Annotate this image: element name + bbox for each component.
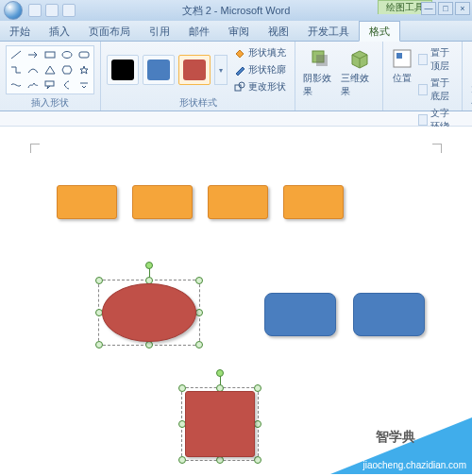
style-swatch-1[interactable] <box>107 55 139 85</box>
tab-developer[interactable]: 开发工具 <box>298 22 359 41</box>
tab-home[interactable]: 开始 <box>0 22 40 41</box>
shape-outline-button[interactable]: 形状轮廓 <box>231 62 289 77</box>
tab-view[interactable]: 视图 <box>259 22 298 41</box>
shape-rect-icon[interactable] <box>42 48 58 61</box>
resize-handle[interactable] <box>254 384 261 392</box>
gallery-more-icon[interactable] <box>76 78 92 92</box>
send-to-back-button[interactable]: 置于底层 <box>416 76 456 104</box>
shape-style-gallery[interactable]: ▾ <box>107 55 228 85</box>
svg-marker-6 <box>62 66 72 74</box>
red-square[interactable] <box>185 391 255 457</box>
maximize-button[interactable]: □ <box>438 2 453 15</box>
orange-rectangle[interactable] <box>132 185 193 219</box>
bring-front-icon <box>418 54 428 65</box>
shape-triangle-icon[interactable] <box>42 63 58 76</box>
resize-handle[interactable] <box>95 277 103 284</box>
tab-page-layout[interactable]: 页面布局 <box>79 22 140 41</box>
change-shape-button[interactable]: 更改形状 <box>231 79 289 94</box>
position-icon <box>391 47 413 70</box>
shape-arrow-icon[interactable] <box>25 48 41 61</box>
three-d-effects-button[interactable]: 三维效果 <box>339 45 377 100</box>
svg-rect-2 <box>45 52 55 58</box>
minimize-button[interactable]: — <box>421 2 436 15</box>
svg-rect-17 <box>396 53 402 59</box>
resize-handle[interactable] <box>195 309 203 316</box>
save-icon[interactable] <box>28 4 42 17</box>
ribbon: 插入形状 ▾ 形状填充 形状轮廓 更改形状 形状样式 阴影效果 <box>0 42 472 111</box>
group-shape-styles: ▾ 形状填充 形状轮廓 更改形状 形状样式 <box>101 42 295 110</box>
resize-handle[interactable] <box>254 420 261 428</box>
svg-rect-13 <box>316 55 328 66</box>
send-back-icon <box>418 84 428 95</box>
shape-brace-icon[interactable] <box>59 78 75 92</box>
bucket-icon <box>234 47 245 59</box>
resize-handle[interactable] <box>145 341 153 348</box>
orange-rectangle[interactable] <box>283 185 344 219</box>
svg-marker-7 <box>80 66 88 74</box>
resize-handle[interactable] <box>95 341 103 348</box>
shape-fill-button[interactable]: 形状填充 <box>231 45 289 60</box>
shape-star-icon[interactable] <box>76 63 92 76</box>
shape-curve-icon[interactable] <box>25 63 41 76</box>
svg-line-0 <box>11 51 21 59</box>
group-label-insert-shapes: 插入形状 <box>6 96 94 110</box>
resize-handle[interactable] <box>195 277 203 284</box>
group-size: 大小 <box>463 42 472 110</box>
pen-icon <box>234 64 245 76</box>
blue-rounded-rectangle[interactable] <box>264 293 336 336</box>
shape-ellipse-icon[interactable] <box>59 48 75 61</box>
orange-rectangle[interactable] <box>57 185 117 219</box>
style-swatch-3[interactable] <box>178 55 211 85</box>
shape-callout-icon[interactable] <box>42 78 58 92</box>
resize-handle[interactable] <box>195 341 203 348</box>
window-title: 文档 2 - Microsoft Word <box>182 4 291 18</box>
bring-to-front-button[interactable]: 置于顶层 <box>416 45 456 74</box>
group-label-effects <box>301 102 377 112</box>
svg-rect-10 <box>235 85 241 91</box>
group-arrange: 位置 置于顶层 置于底层 文字环绕 排列 <box>383 42 463 110</box>
style-swatch-2[interactable] <box>143 55 175 85</box>
tab-references[interactable]: 引用 <box>140 22 179 41</box>
close-button[interactable]: × <box>455 2 470 15</box>
page-corner-crop <box>30 144 40 153</box>
tab-mailings[interactable]: 邮件 <box>179 22 219 41</box>
shape-hexagon-icon[interactable] <box>59 63 75 76</box>
resize-handle[interactable] <box>216 456 224 464</box>
blue-rounded-rectangle[interactable] <box>353 293 425 336</box>
resize-handle[interactable] <box>178 456 186 464</box>
style-gallery-more[interactable]: ▾ <box>214 55 228 85</box>
red-ellipse[interactable] <box>102 283 196 342</box>
group-label-shape-styles: 形状样式 <box>107 96 289 110</box>
text-wrap-icon <box>418 114 428 126</box>
office-button[interactable] <box>4 1 23 20</box>
rotate-handle[interactable] <box>145 262 153 269</box>
svg-point-3 <box>62 52 72 59</box>
watermark-url: jiaocheng.chazidian.com <box>362 460 466 470</box>
shadow-icon <box>309 47 331 70</box>
rotate-handle[interactable] <box>216 369 224 377</box>
svg-marker-5 <box>45 66 55 74</box>
shadow-effects-button[interactable]: 阴影效果 <box>301 45 339 100</box>
undo-icon[interactable] <box>45 4 59 17</box>
position-button[interactable]: 位置 <box>389 45 416 134</box>
shape-roundrect-icon[interactable] <box>76 48 92 61</box>
shape-freeform-icon[interactable] <box>8 78 24 92</box>
change-shape-icon <box>234 81 245 93</box>
redo-icon[interactable] <box>62 4 76 17</box>
tab-format[interactable]: 格式 <box>359 21 400 42</box>
page-corner-crop <box>432 144 442 153</box>
tab-insert[interactable]: 插入 <box>40 22 79 41</box>
shapes-gallery[interactable] <box>6 45 94 94</box>
shape-scribble-icon[interactable] <box>25 78 41 92</box>
document-canvas[interactable]: 智学典 jiaocheng.chazidian.com <box>0 127 472 474</box>
resize-handle[interactable] <box>178 384 186 392</box>
shape-elbow-icon[interactable] <box>8 63 24 76</box>
ribbon-tabs: 开始 插入 页面布局 引用 邮件 审阅 视图 开发工具 格式 <box>0 21 472 42</box>
resize-handle[interactable] <box>254 456 261 464</box>
orange-rectangle[interactable] <box>208 185 268 219</box>
title-bar: 文档 2 - Microsoft Word 绘图工具 — □ × <box>0 0 472 21</box>
watermark: 智学典 jiaocheng.chazidian.com <box>312 408 472 474</box>
shape-line-icon[interactable] <box>8 48 24 61</box>
watermark-text: 智学典 <box>376 429 415 446</box>
tab-review[interactable]: 审阅 <box>219 22 259 41</box>
